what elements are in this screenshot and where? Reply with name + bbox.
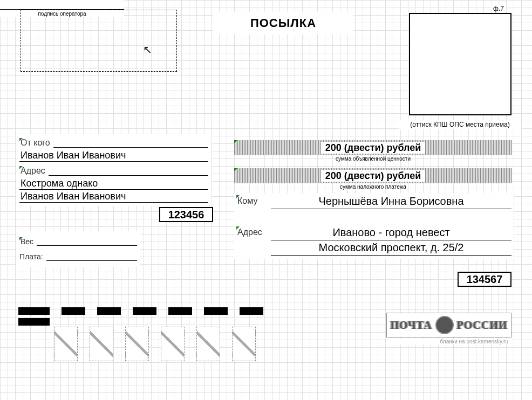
logo-text-left: ПОЧТА (391, 319, 432, 332)
form-code: ф.7 (491, 4, 506, 13)
index-bar (97, 307, 121, 315)
fee-underline (46, 249, 137, 261)
index-digit-cell (125, 327, 149, 361)
postal-index-area (18, 307, 263, 361)
kpsh-caption: (оттиск КПШ ОПС места приема) (399, 120, 521, 129)
stamp-area (21, 10, 177, 72)
declared-value-row: 200 (двести) рублей (234, 140, 512, 155)
cod-value-row: 200 (двести) рублей (234, 168, 512, 183)
index-bar (18, 307, 50, 315)
sender-address-label: Адрес (19, 166, 45, 176)
from-label: От кого (19, 138, 50, 148)
sender-address-1: Кострома однако (19, 177, 208, 190)
weight-underline (37, 234, 137, 246)
form-title: ПОСЫЛКА (213, 12, 353, 35)
sender-name: Иванов Иван Иванович (19, 149, 208, 162)
addr-underline (49, 164, 208, 176)
index-bar (62, 307, 85, 315)
kpsh-stamp-box (409, 13, 511, 115)
logo-text-right: РОССИИ (457, 319, 508, 332)
recipient-block: Кому Чернышёва Инна Борисовна Адрес Иван… (234, 193, 514, 259)
index-bar (240, 307, 263, 315)
logo-subtext: бланки на post.kamensky.ru (386, 339, 511, 344)
index-bar (18, 318, 50, 326)
index-digit-cell (232, 327, 256, 361)
index-digit-cell (54, 327, 78, 361)
declared-value: 200 (двести) рублей (321, 142, 426, 154)
recipient-address-2: Московский проспект, д. 25/2 (271, 242, 511, 256)
signature-line (0, 0, 124, 10)
eagle-icon (435, 316, 454, 334)
post-russia-logo: ПОЧТА РОССИИ (386, 313, 511, 337)
recipient-postcode: 134567 (458, 272, 511, 287)
recipient-address-label: Адрес (236, 227, 262, 240)
index-bar (133, 307, 156, 315)
sender-postcode: 123456 (159, 207, 213, 222)
cod-value-caption: сумма наложного платежа (234, 184, 512, 190)
cursor-icon: ↖ (143, 43, 152, 56)
declared-value-caption: сумма объявленной ценности (234, 156, 512, 162)
fee-label: Плата: (19, 252, 43, 261)
cod-value: 200 (двести) рублей (321, 170, 426, 182)
index-digit-cell (161, 327, 185, 361)
index-digit-cell (196, 327, 220, 361)
weight-fee-block: Вес Плата: (16, 231, 140, 267)
recipient-address-1: Иваново - город невест (271, 226, 511, 240)
recipient-name: Чернышёва Инна Борисовна (271, 195, 511, 209)
index-bar (204, 307, 228, 315)
sender-address-2: Иванов Иван Иванович (19, 190, 208, 203)
index-digit-cell (90, 327, 113, 361)
index-bar (168, 307, 192, 315)
sender-block: От кого Иванов Иван Иванович Адрес Костр… (16, 134, 212, 206)
from-underline (53, 136, 208, 148)
